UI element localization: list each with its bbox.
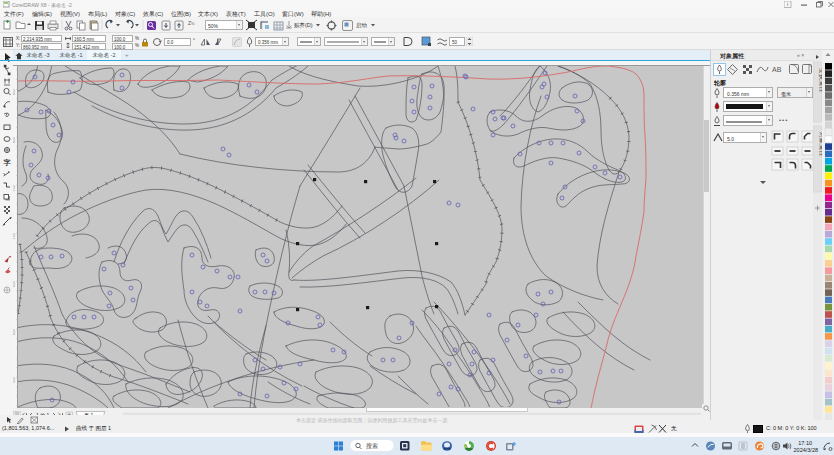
svg-text:850: 850 xyxy=(13,89,16,95)
svg-text:2024/3/28: 2024/3/28 xyxy=(794,447,818,453)
svg-text:750: 750 xyxy=(13,185,16,191)
svg-text:Z%: Z% xyxy=(188,20,195,26)
svg-text:i: i xyxy=(787,1,788,7)
svg-text:550: 550 xyxy=(13,377,16,383)
svg-text:600: 600 xyxy=(13,329,16,335)
svg-text:字: 字 xyxy=(4,158,12,167)
svg-text:搜索: 搜索 xyxy=(366,442,378,450)
svg-text:700: 700 xyxy=(13,233,16,239)
svg-text:650: 650 xyxy=(13,281,16,287)
svg-text:AB: AB xyxy=(772,66,782,73)
svg-text:800: 800 xyxy=(13,137,16,143)
svg-text:17:10: 17:10 xyxy=(798,440,812,446)
